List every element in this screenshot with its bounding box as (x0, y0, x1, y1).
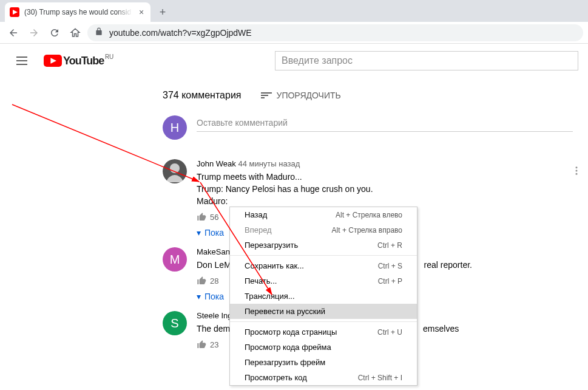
chrome-tab-strip: (30) Trump says he would consid × + (0, 0, 588, 22)
svg-point-2 (576, 173, 578, 175)
commenter-avatar[interactable] (163, 159, 187, 183)
comment-more-icon[interactable] (571, 165, 582, 179)
context-menu-item[interactable]: Печать...Ctrl + P (230, 273, 417, 289)
thumb-up-icon (197, 276, 206, 286)
search-input[interactable] (275, 55, 578, 66)
caret-down-icon: ▾ (197, 228, 201, 238)
like-count: 23 (210, 340, 218, 349)
thumb-up-icon (197, 212, 206, 222)
forward-button[interactable] (25, 24, 42, 41)
context-menu-shortcut: Alt + Стрелка вправо (332, 226, 402, 234)
context-menu-item[interactable]: Просмотр кода фрейма (230, 340, 417, 355)
context-menu: НазадAlt + Стрелка влевоВпередAlt + Стре… (229, 207, 417, 386)
tab-title: (30) Trump says he would consid (24, 8, 132, 16)
caret-down-icon: ▾ (197, 292, 201, 301)
context-menu-label: Вперед (245, 225, 272, 234)
context-menu-label: Перезагрузить (245, 241, 298, 250)
like-button[interactable]: 23 (197, 340, 218, 349)
context-menu-label: Трансляция... (245, 292, 295, 301)
reload-button[interactable] (46, 24, 63, 41)
sort-label: УПОРЯДОЧИТЬ (277, 91, 341, 100)
context-menu-item[interactable]: ВпередAlt + Стрелка вправо (230, 222, 417, 238)
context-menu-shortcut: Alt + Стрелка влево (336, 211, 402, 219)
chrome-toolbar: youtube.com/watch?v=xgZgpOjpdWE (0, 22, 588, 44)
context-menu-separator (230, 321, 417, 322)
like-button[interactable]: 28 (197, 276, 218, 286)
context-menu-item[interactable]: Трансляция... (230, 289, 417, 304)
context-menu-label: Просмотр кода фрейма (245, 343, 331, 352)
close-tab-icon[interactable]: × (137, 8, 146, 16)
new-tab-button[interactable]: + (154, 4, 171, 21)
sort-button[interactable]: УПОРЯДОЧИТЬ (261, 91, 341, 100)
youtube-logo-text: YouTube (63, 55, 104, 67)
user-avatar[interactable]: Н (163, 115, 187, 140)
context-menu-label: Печать... (245, 276, 277, 286)
url-text: youtube.com/watch?v=xgZgpOjpdWE (109, 28, 252, 38)
like-count: 56 (210, 213, 218, 222)
context-menu-item[interactable]: Сохранить как...Ctrl + S (230, 258, 417, 273)
youtube-header: YouTube RU (0, 44, 588, 78)
youtube-logo[interactable]: YouTube RU (44, 55, 104, 67)
context-menu-shortcut: Ctrl + U (377, 328, 402, 337)
context-menu-item[interactable]: ПерезагрузитьCtrl + R (230, 238, 417, 253)
youtube-play-icon (44, 55, 62, 67)
sort-icon (261, 92, 272, 98)
context-menu-item[interactable]: Перезагрузить фрейм (230, 355, 417, 370)
comment-text: Trump meets with Maduro... Trump: Nancy … (197, 171, 585, 207)
context-menu-shortcut: Ctrl + P (378, 277, 402, 286)
context-menu-shortcut: Ctrl + S (378, 262, 402, 270)
like-button[interactable]: 56 (197, 212, 218, 222)
context-menu-shortcut: Ctrl + Shift + I (358, 374, 402, 382)
svg-point-1 (576, 170, 578, 172)
context-menu-label: Сохранить как... (245, 261, 304, 270)
context-menu-label: Перевести на русский (245, 307, 325, 316)
home-button[interactable] (67, 24, 84, 41)
search-box[interactable] (275, 51, 578, 70)
svg-point-0 (576, 166, 578, 168)
add-comment-row: Н Оставьте комментарий (163, 115, 588, 140)
add-comment-input[interactable]: Оставьте комментарий (197, 115, 573, 132)
context-menu-item[interactable]: Просмотр кода страницыCtrl + U (230, 324, 417, 340)
hamburger-menu-icon[interactable] (10, 49, 34, 73)
commenter-avatar[interactable]: M (163, 247, 187, 272)
back-button[interactable] (5, 24, 22, 41)
commenter-avatar[interactable]: S (163, 311, 187, 335)
like-count: 28 (210, 276, 218, 286)
context-menu-label: Просмотреть код (245, 373, 307, 382)
address-bar[interactable]: youtube.com/watch?v=xgZgpOjpdWE (87, 24, 583, 41)
comment-author[interactable]: Steele Ing (197, 311, 232, 320)
context-menu-item[interactable]: Просмотреть кодCtrl + Shift + I (230, 370, 417, 385)
comments-count: 374 комментария (163, 90, 242, 101)
context-menu-label: Просмотр кода страницы (245, 327, 337, 337)
comment-author[interactable]: John Weak (197, 159, 236, 168)
comment-author[interactable]: MakeSan (197, 247, 230, 256)
context-menu-separator (230, 255, 417, 256)
context-menu-item[interactable]: Перевести на русский (230, 304, 417, 319)
thumb-up-icon (197, 340, 206, 349)
comments-header: 374 комментария УПОРЯДОЧИТЬ (163, 90, 588, 101)
lock-icon (95, 27, 103, 38)
context-menu-label: Перезагрузить фрейм (245, 358, 325, 367)
comment-time: 44 минуты назад (238, 159, 300, 168)
youtube-favicon (10, 7, 19, 17)
context-menu-shortcut: Ctrl + R (377, 241, 402, 250)
youtube-country-code: RU (105, 53, 113, 60)
context-menu-item[interactable]: НазадAlt + Стрелка влево (230, 207, 417, 222)
browser-tab[interactable]: (30) Trump says he would consid × (5, 2, 150, 22)
context-menu-label: Назад (245, 210, 267, 219)
